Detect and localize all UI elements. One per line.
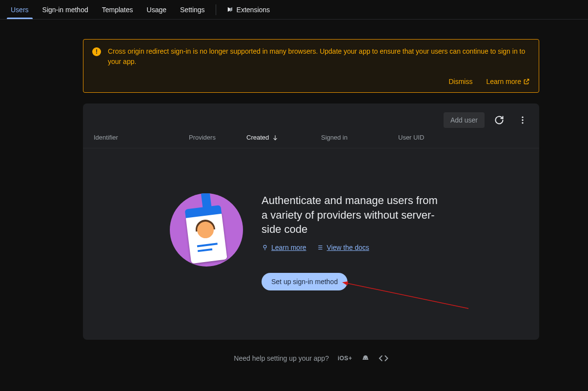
tab-label: Sign-in method — [42, 6, 88, 14]
card-toolbar: Add user — [83, 103, 539, 134]
refresh-icon — [494, 115, 504, 125]
column-providers[interactable]: Providers — [189, 134, 246, 141]
empty-view-docs-link[interactable]: View the docs — [317, 244, 369, 251]
tab-users[interactable]: Users — [4, 0, 36, 19]
empty-learn-more-link[interactable]: Learn more — [262, 244, 306, 251]
tab-label: Users — [11, 6, 29, 14]
users-card: Add user Identifier Providers Created — [83, 103, 539, 340]
tab-extensions[interactable]: Extensions — [220, 0, 277, 19]
refresh-button[interactable] — [490, 111, 508, 129]
android-icon — [361, 354, 370, 363]
tab-templates[interactable]: Templates — [95, 0, 140, 19]
learn-more-label: Learn more — [486, 78, 521, 85]
lightbulb-icon — [262, 244, 268, 251]
column-identifier[interactable]: Identifier — [94, 134, 189, 141]
column-created[interactable]: Created — [246, 134, 321, 141]
tab-label: Usage — [147, 6, 166, 14]
empty-state: Authenticate and manage users from a var… — [83, 148, 539, 325]
table-header: Identifier Providers Created Signed in U… — [83, 134, 539, 148]
warning-banner: ! Cross origin redirect sign-in is no lo… — [83, 39, 539, 93]
platform-ios-button[interactable]: iOS+ — [338, 355, 352, 362]
tab-settings[interactable]: Settings — [173, 0, 212, 19]
tab-label: Extensions — [237, 6, 270, 14]
tab-separator — [216, 4, 216, 15]
tab-usage[interactable]: Usage — [140, 0, 173, 19]
svg-point-1 — [522, 119, 523, 121]
tab-signin-method[interactable]: Sign-in method — [36, 0, 95, 19]
footer: Need help setting up your app? iOS+ — [83, 353, 539, 363]
tab-bar: Users Sign-in method Templates Usage Set… — [0, 0, 588, 20]
setup-signin-button[interactable]: Set up sign-in method — [262, 273, 347, 290]
svg-point-5 — [366, 358, 367, 359]
platform-android-button[interactable] — [361, 354, 370, 363]
empty-headline: Authenticate and manage users from a var… — [262, 193, 442, 237]
warning-text: Cross origin redirect sign-in is no long… — [108, 46, 530, 67]
docs-icon — [317, 244, 324, 251]
sort-descending-icon — [272, 134, 279, 141]
external-link-icon — [523, 78, 530, 85]
setup-signin-label: Set up sign-in method — [271, 278, 338, 286]
column-user-uid[interactable]: User UID — [398, 134, 528, 141]
kebab-icon — [518, 115, 527, 125]
platform-web-button[interactable] — [379, 353, 388, 363]
learn-more-link[interactable]: Learn more — [486, 78, 530, 85]
svg-point-0 — [522, 117, 523, 118]
add-user-button[interactable]: Add user — [444, 112, 485, 128]
column-signed-in[interactable]: Signed in — [321, 134, 398, 141]
overflow-menu-button[interactable] — [514, 111, 531, 129]
warning-icon: ! — [92, 47, 101, 56]
svg-point-2 — [522, 122, 523, 123]
dismiss-label: Dismiss — [448, 78, 472, 85]
code-icon — [379, 353, 388, 363]
footer-help-text: Need help setting up your app? — [234, 354, 329, 362]
add-user-label: Add user — [450, 116, 478, 124]
dismiss-button[interactable]: Dismiss — [448, 78, 472, 85]
tab-label: Settings — [180, 6, 205, 14]
empty-illustration — [170, 193, 243, 267]
extensions-icon — [227, 6, 234, 13]
svg-point-4 — [364, 358, 365, 359]
svg-point-3 — [264, 245, 266, 248]
tab-label: Templates — [102, 6, 133, 14]
